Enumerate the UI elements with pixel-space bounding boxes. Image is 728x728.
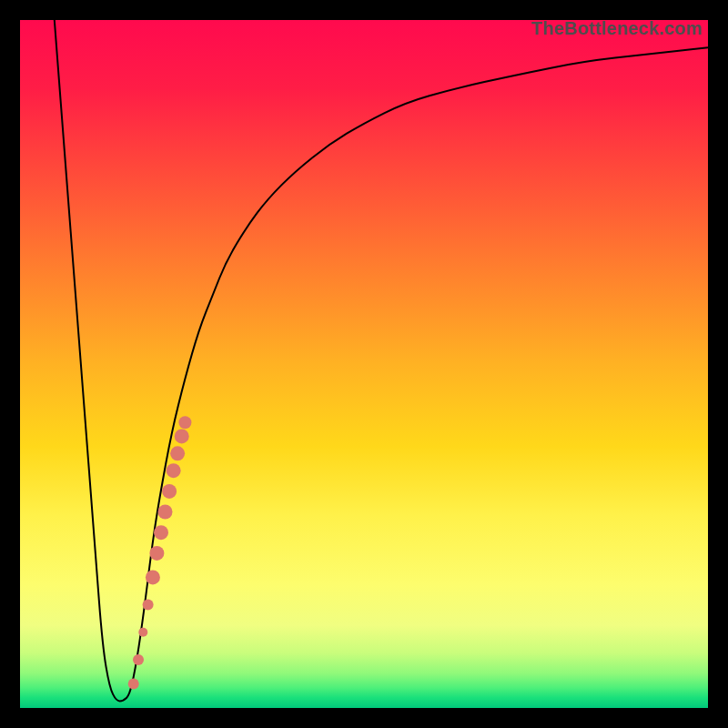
highlight-dot [158, 505, 173, 520]
chart-overlay [20, 20, 708, 708]
plot-area: TheBottleneck.com [20, 20, 708, 708]
highlight-dot [175, 429, 189, 443]
watermark-label: TheBottleneck.com [531, 20, 703, 39]
highlight-dot [154, 525, 168, 540]
highlight-dot [149, 546, 164, 561]
highlight-dot [170, 446, 185, 460]
highlight-dot [162, 484, 177, 499]
highlight-dot [178, 416, 191, 429]
highlight-dot [138, 628, 147, 637]
highlight-dot [128, 679, 139, 690]
highlight-dot [143, 600, 154, 611]
highlight-dot [146, 570, 160, 584]
chart-frame: TheBottleneck.com [0, 0, 728, 728]
bottleneck-curve [55, 20, 708, 701]
highlight-dot [133, 654, 144, 665]
highlight-dot [167, 463, 181, 478]
highlight-dots [128, 416, 192, 689]
